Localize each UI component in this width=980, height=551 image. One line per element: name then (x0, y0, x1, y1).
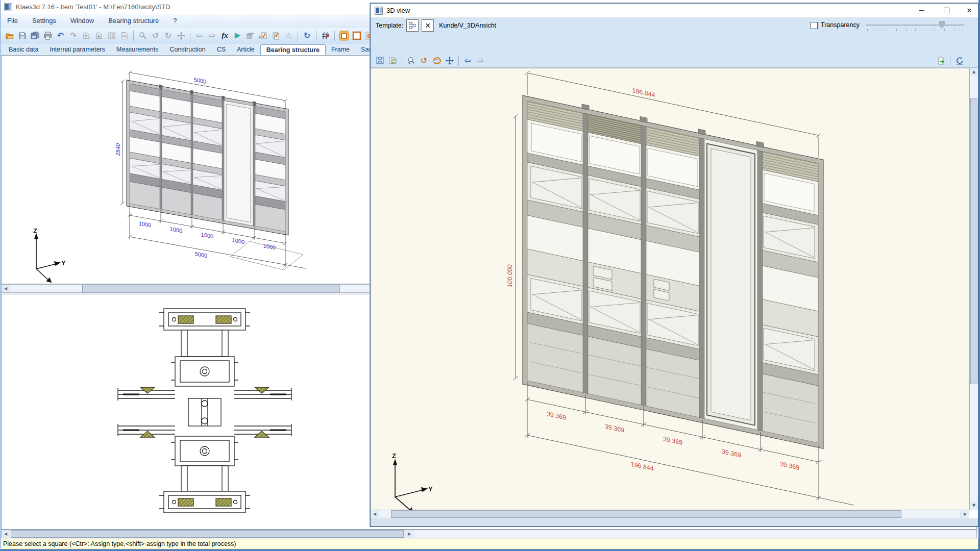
scroll-thumb[interactable] (82, 285, 340, 292)
scroll-left-arrow[interactable]: ◀ (2, 530, 10, 538)
start-calculation-icon[interactable]: ▶ (231, 29, 244, 42)
zoom-fit-icon[interactable] (374, 54, 386, 67)
scroll-thumb[interactable] (11, 530, 404, 538)
pan-icon[interactable] (443, 54, 456, 67)
save-icon[interactable] (16, 29, 29, 42)
main-window-title: Klaes3d 7.16 - Item 'Test01' - M:\Fen716… (16, 3, 170, 11)
import-icon[interactable] (80, 29, 92, 42)
profile-mesh-icon[interactable] (244, 29, 257, 42)
forward-icon[interactable]: ⇨ (474, 54, 487, 67)
refresh-icon[interactable]: ↻ (301, 29, 313, 42)
elevation-dim-left: 2540 (115, 143, 121, 157)
maximize-button[interactable] (938, 4, 955, 17)
slider-track[interactable] (866, 24, 964, 26)
menu-help[interactable]: ? (166, 14, 184, 28)
view3d-icon (375, 7, 383, 15)
scroll-thumb[interactable] (391, 510, 901, 518)
elevation-dim-1000-5: 1000 (263, 242, 276, 251)
tab-article[interactable]: Article (231, 44, 260, 55)
apply-copy-icon[interactable] (270, 29, 282, 42)
pan-icon[interactable] (175, 29, 187, 42)
view3d-axis-triad (394, 460, 427, 510)
view3d-axis-y-label: Y (428, 485, 433, 493)
close-button[interactable]: ✕ (961, 4, 978, 17)
elevation-dim-1000-1: 1000 (139, 220, 151, 228)
export-document-icon[interactable] (118, 29, 131, 42)
tab-measurements[interactable]: Measurements (111, 44, 164, 55)
slider-thumb[interactable] (939, 21, 945, 29)
tab-internal-parameters[interactable]: Internal parameters (44, 44, 110, 55)
elevation-axis-y-label: Y (61, 259, 66, 267)
menu-settings[interactable]: Settings (25, 14, 63, 28)
scroll-left-arrow[interactable]: ◀ (371, 510, 379, 518)
navigate-back-icon[interactable]: ⇦ (193, 29, 206, 42)
snapshot-icon[interactable] (386, 54, 399, 67)
view3d-bottom-strip (371, 518, 978, 526)
transparency-label: Transparency (821, 21, 860, 29)
apply-edit-icon[interactable] (257, 29, 270, 42)
profile-hscrollbar[interactable]: ◀ ▶ (1, 530, 977, 538)
view3d-template-row: Template: ✕ Kunde/V_3DAnsicht Transparen… (371, 18, 978, 33)
navigate-forward-icon[interactable]: ⇨ (206, 29, 218, 42)
menu-window[interactable]: Window (63, 14, 101, 28)
warning-icon[interactable]: ⚠ (282, 29, 295, 42)
app-icon (4, 3, 12, 11)
scroll-left-arrow[interactable]: ◀ (2, 285, 10, 292)
menu-bearing-structure[interactable]: Bearing structure (101, 14, 166, 28)
scroll-right-arrow[interactable]: ▶ (961, 510, 969, 518)
zoom-fit-icon[interactable] (105, 29, 118, 42)
minimize-button[interactable] (913, 4, 930, 17)
view3d-window: 3D view ✕ Template: ✕ Kunde/V_3DAnsicht … (370, 3, 978, 527)
rotate-left-icon[interactable]: ↺ (149, 29, 162, 42)
status-bar: Please select a square (<Ctr>: Assign ty… (0, 539, 978, 549)
tab-frame[interactable]: Frame (326, 44, 355, 55)
tab-bearing-structure[interactable]: Bearing structure (260, 44, 326, 56)
view3d-title: 3D view (386, 7, 410, 14)
print-icon[interactable] (41, 29, 54, 42)
view3d-template-spacer (371, 33, 978, 54)
open-icon[interactable] (3, 29, 16, 42)
view3d-canvas[interactable]: 196.844 100.000 39.369 39.369 39.369 39.… (371, 68, 969, 510)
zoom-selection-icon[interactable] (136, 29, 149, 42)
tab-basic-data[interactable]: Basic data (3, 44, 44, 55)
scroll-thumb[interactable] (970, 98, 977, 384)
orbit-icon[interactable]: ↻ (162, 29, 175, 42)
view3d-vscrollbar[interactable]: ▲ ▼ (969, 68, 978, 510)
status-text: Please select a square (<Ctr>: Assign ty… (3, 540, 236, 547)
undo-icon[interactable]: ↶ (54, 29, 67, 42)
view3d-dim-39-5: 39.369 (780, 460, 799, 471)
back-icon[interactable]: ⇦ (461, 54, 474, 67)
save-all-icon[interactable] (29, 29, 41, 42)
template-clear-button[interactable]: ✕ (422, 19, 434, 32)
ground-plane-outline (230, 241, 303, 270)
menu-file[interactable]: File (0, 14, 25, 28)
zoom-cursor-icon[interactable] (405, 54, 418, 67)
scroll-down-arrow[interactable]: ▼ (970, 502, 978, 510)
transparency-checkbox[interactable] (811, 22, 818, 29)
export-icon[interactable] (92, 29, 105, 42)
window-border-left (0, 0, 1, 551)
view3d-axis-z-label: Z (392, 452, 396, 460)
tab-construction[interactable]: Construction (164, 44, 211, 55)
scroll-up-arrow[interactable]: ▲ (970, 68, 978, 76)
grid-edit-icon[interactable] (319, 29, 332, 42)
orbit-icon[interactable] (430, 54, 443, 67)
template-value: Kunde/V_3DAnsicht (439, 22, 496, 29)
view3d-dim-top: 196.844 (632, 87, 655, 99)
transparency-slider[interactable] (866, 18, 964, 33)
rotate-icon[interactable]: ↺ (418, 54, 430, 67)
refresh-icon[interactable] (953, 54, 966, 67)
slider-ticks (867, 29, 964, 32)
tab-cs[interactable]: CS (211, 44, 231, 55)
export-image-icon[interactable] (935, 54, 947, 67)
view3d-hscrollbar[interactable]: ◀ ▶ (371, 510, 969, 518)
view3d-titlebar: 3D view ✕ (371, 4, 978, 18)
scroll-right-arrow[interactable]: ▶ (405, 530, 413, 538)
view3d-dim-total: 196.844 (630, 461, 653, 473)
view-sash-mode-icon[interactable] (350, 29, 363, 42)
view3d-dim-39-4: 39.369 (722, 448, 741, 459)
view-frame-mode-icon[interactable] (337, 29, 350, 42)
formula-icon[interactable]: fx (218, 29, 231, 42)
template-select-button[interactable] (406, 19, 419, 32)
redo-icon[interactable]: ↷ (67, 29, 80, 42)
